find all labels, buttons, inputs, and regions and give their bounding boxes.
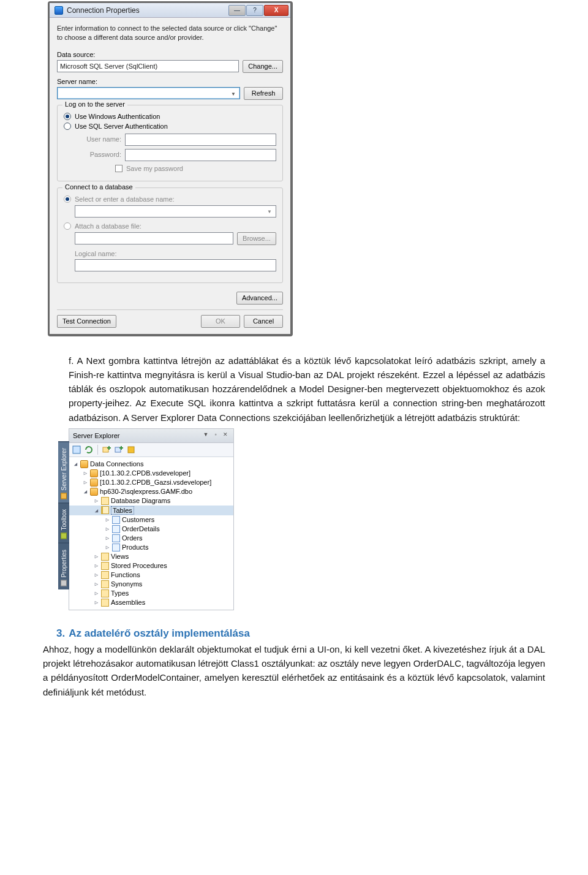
heading-text: Az adatelérő osztály implementálása bbox=[69, 627, 250, 639]
db-root-icon bbox=[80, 460, 88, 468]
chevron-down-icon[interactable]: ▼ bbox=[228, 89, 238, 99]
expand-icon[interactable]: ▷ bbox=[105, 517, 110, 523]
node-synonyms[interactable]: ▷ Synonyms bbox=[69, 580, 233, 589]
folder-icon bbox=[101, 562, 109, 570]
table-icon bbox=[112, 516, 120, 524]
expand-icon[interactable]: ▷ bbox=[94, 572, 99, 578]
collapse-icon[interactable]: ◢ bbox=[94, 507, 99, 513]
database-name-combo: ▼ bbox=[75, 205, 276, 218]
cancel-button[interactable]: Cancel bbox=[244, 315, 283, 328]
add-server-icon[interactable] bbox=[114, 445, 124, 455]
data-source-input[interactable]: Microsoft SQL Server (SqlClient) bbox=[57, 60, 239, 72]
expand-icon[interactable]: ▷ bbox=[94, 600, 99, 605]
change-button[interactable]: Change... bbox=[243, 60, 283, 73]
sidetab-toolbox[interactable]: Toolbox bbox=[58, 502, 69, 542]
radio-windows-auth[interactable]: Use Windows Authentication bbox=[64, 113, 276, 120]
connect-icon[interactable] bbox=[72, 445, 81, 455]
help-button[interactable]: ? bbox=[246, 5, 263, 16]
radio-attach-file: Attach a database file: bbox=[64, 222, 276, 230]
node-views[interactable]: ▷ Views bbox=[69, 552, 233, 561]
folder-icon bbox=[101, 580, 109, 588]
db-icon bbox=[90, 488, 98, 496]
refresh-icon[interactable] bbox=[84, 445, 94, 455]
node-table-customers[interactable]: ▷ Customers bbox=[69, 515, 233, 525]
expand-icon[interactable]: ▷ bbox=[94, 591, 99, 596]
close-icon[interactable]: ✕ bbox=[221, 431, 230, 440]
node-data-connections[interactable]: ◢ Data Connections bbox=[69, 460, 233, 469]
chevron-down-icon: ▼ bbox=[265, 207, 274, 217]
node-types[interactable]: ▷ Types bbox=[69, 589, 233, 598]
expand-icon[interactable]: ▷ bbox=[83, 471, 88, 476]
collapse-icon[interactable]: ◢ bbox=[73, 461, 78, 467]
node-assemblies[interactable]: ▷ Assemblies bbox=[69, 598, 233, 607]
node-diagrams[interactable]: ▷ Database Diagrams bbox=[69, 496, 233, 506]
test-connection-button[interactable]: Test Connection bbox=[57, 315, 116, 328]
svg-rect-3 bbox=[128, 447, 134, 453]
server-explorer-panel: Server Explorer Toolbox Properties Serve… bbox=[69, 428, 234, 610]
logon-group: Log on to the server Use Windows Authent… bbox=[57, 105, 283, 181]
toolbox-icon bbox=[61, 533, 67, 539]
server-name-label: Server name: bbox=[57, 78, 283, 85]
radio-dot-icon bbox=[64, 123, 71, 130]
expand-icon[interactable]: ▷ bbox=[94, 554, 99, 559]
node-sp[interactable]: ▷ Stored Procedures bbox=[69, 561, 233, 570]
radio-dot-icon bbox=[64, 222, 71, 230]
server-explorer-icon bbox=[61, 493, 67, 499]
advanced-button[interactable]: Advanced... bbox=[236, 292, 283, 305]
logical-name-label: Logical name: bbox=[75, 250, 276, 257]
server-name-combo[interactable]: ▼ bbox=[57, 87, 240, 99]
dropdown-icon[interactable]: ▼ bbox=[202, 431, 210, 440]
pin-icon[interactable]: ▫ bbox=[211, 431, 220, 440]
expand-icon[interactable]: ▷ bbox=[105, 526, 110, 532]
radio-dot-icon bbox=[64, 195, 71, 203]
expand-icon[interactable]: ▷ bbox=[83, 480, 88, 485]
titlebar[interactable]: Connection Properties — ? X bbox=[50, 3, 290, 18]
paragraph-f: f. A Next gombra kattintva létrejön az a… bbox=[43, 354, 545, 425]
folder-icon bbox=[101, 497, 109, 505]
save-password-check: Save my password bbox=[115, 165, 276, 172]
node-conn-1[interactable]: ▷ [10.1.30.2.CPDB.vsdeveloper] bbox=[69, 469, 233, 478]
expand-icon[interactable]: ▷ bbox=[94, 498, 99, 504]
folder-icon bbox=[101, 571, 109, 579]
radio-dot-selected-icon bbox=[64, 113, 71, 120]
sidetab-server-explorer[interactable]: Server Explorer bbox=[58, 441, 69, 502]
node-conn-2[interactable]: ▷ [10.1.30.2.CPDB_Gazsi.vsdeveloper] bbox=[69, 478, 233, 487]
close-button[interactable]: X bbox=[264, 5, 288, 16]
node-table-orderdetails[interactable]: ▷ OrderDetails bbox=[69, 525, 233, 534]
heading-3: 3.Az adatelérő osztály implementálása bbox=[43, 627, 545, 640]
expand-icon[interactable]: ▷ bbox=[94, 563, 99, 569]
password-input bbox=[125, 149, 276, 161]
minimize-button[interactable]: — bbox=[228, 5, 246, 16]
node-conn-3[interactable]: ◢ hp630-2\sqlexpress.GAMF.dbo bbox=[69, 487, 233, 496]
browse-button: Browse... bbox=[237, 232, 276, 245]
paragraph-3: Ahhoz, hogy a modellünkön deklarált obje… bbox=[43, 642, 545, 699]
logical-name-input bbox=[75, 259, 276, 271]
add-connection-icon[interactable] bbox=[102, 445, 111, 455]
collapse-icon[interactable]: ◢ bbox=[83, 489, 88, 494]
folder-open-icon bbox=[101, 506, 109, 514]
db-icon bbox=[90, 479, 98, 487]
expand-icon[interactable]: ▷ bbox=[105, 545, 110, 550]
connection-properties-dialog: Connection Properties — ? X Enter inform… bbox=[48, 1, 293, 336]
connect-db-group: Connect to a database Select or enter a … bbox=[57, 188, 283, 283]
dialog-title: Connection Properties bbox=[67, 6, 228, 15]
username-input bbox=[125, 134, 276, 146]
stop-icon[interactable] bbox=[126, 445, 136, 455]
properties-icon bbox=[61, 580, 67, 586]
expand-icon[interactable]: ▷ bbox=[94, 581, 99, 587]
connect-legend: Connect to a database bbox=[62, 183, 135, 191]
node-tables[interactable]: ◢ Tables bbox=[69, 506, 233, 515]
panel-toolbar bbox=[69, 443, 233, 457]
expand-icon[interactable]: ▷ bbox=[105, 536, 110, 541]
folder-icon bbox=[101, 589, 109, 597]
logon-legend: Log on to the server bbox=[62, 100, 127, 108]
checkbox-icon bbox=[115, 165, 123, 172]
data-source-label: Data source: bbox=[57, 51, 283, 58]
sidetab-properties[interactable]: Properties bbox=[58, 543, 69, 590]
refresh-button[interactable]: Refresh bbox=[244, 87, 283, 100]
node-table-products[interactable]: ▷ Products bbox=[69, 543, 233, 552]
node-functions[interactable]: ▷ Functions bbox=[69, 570, 233, 580]
radio-sql-auth[interactable]: Use SQL Server Authentication bbox=[64, 123, 276, 130]
node-table-orders[interactable]: ▷ Orders bbox=[69, 534, 233, 543]
attach-file-input bbox=[75, 232, 233, 244]
